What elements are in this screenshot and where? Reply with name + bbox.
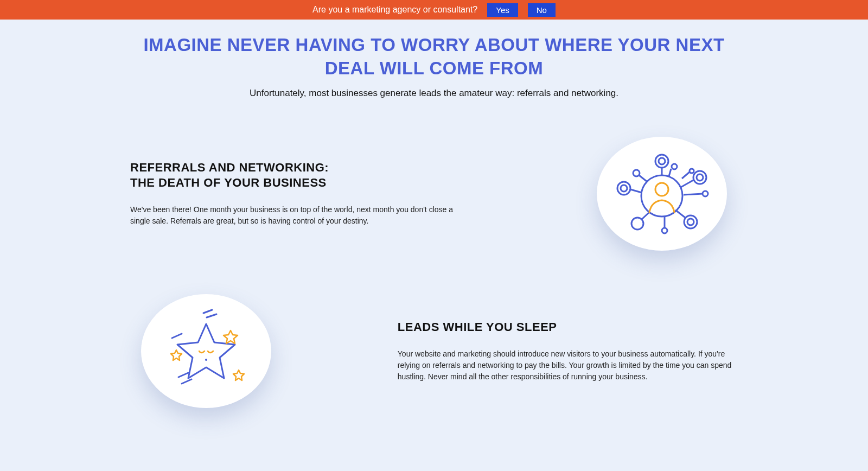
svg-point-9 (690, 169, 694, 173)
svg-line-10 (682, 172, 690, 179)
svg-line-15 (675, 210, 685, 218)
section-leads-sleep: LEADS WHILE YOU SLEEP Your website and m… (130, 294, 738, 408)
heading-line-1: REFERRALS AND NETWORKING: (130, 161, 329, 174)
svg-point-26 (205, 359, 207, 361)
svg-point-20 (617, 182, 630, 195)
svg-line-12 (684, 194, 703, 195)
sleeping-star-icon (155, 308, 258, 394)
network-icon (610, 150, 713, 237)
no-button[interactable]: No (528, 3, 556, 17)
svg-line-22 (630, 189, 642, 193)
svg-line-8 (681, 180, 693, 187)
svg-point-2 (659, 158, 665, 164)
section-heading: REFERRALS AND NETWORKING: THE DEATH OF Y… (130, 160, 470, 190)
svg-point-4 (672, 164, 677, 169)
svg-point-6 (693, 171, 706, 184)
svg-line-28 (203, 310, 212, 313)
svg-point-13 (684, 215, 697, 228)
svg-line-30 (178, 373, 188, 377)
section-referrals: REFERRALS AND NETWORKING: THE DEATH OF Y… (130, 137, 738, 251)
svg-point-25 (655, 183, 668, 196)
svg-point-21 (621, 185, 627, 192)
page-subtitle: Unfortunately, most businesses generate … (0, 88, 868, 99)
svg-point-18 (631, 218, 643, 230)
svg-line-29 (172, 334, 182, 338)
svg-point-1 (655, 155, 668, 168)
svg-point-23 (633, 170, 640, 176)
top-notification-bar: Are you a marketing agency or consultant… (0, 0, 868, 20)
svg-point-14 (687, 219, 694, 225)
svg-line-31 (182, 379, 192, 384)
svg-point-7 (697, 174, 703, 181)
heading-line-2: THE DEATH OF YOUR BUSINESS (130, 176, 327, 189)
section-heading: LEADS WHILE YOU SLEEP (398, 320, 738, 335)
topbar-question: Are you a marketing agency or consultant… (312, 5, 477, 15)
network-illustration (597, 137, 727, 251)
page-title: IMAGINE NEVER HAVING TO WORRY ABOUT WHER… (136, 34, 732, 80)
svg-line-27 (207, 314, 216, 317)
svg-line-19 (642, 212, 649, 219)
section-body: Your website and marketing should introd… (398, 348, 734, 383)
svg-line-5 (669, 169, 671, 176)
svg-point-16 (662, 228, 667, 233)
svg-line-24 (639, 175, 647, 182)
yes-button[interactable]: Yes (487, 3, 518, 17)
svg-point-11 (703, 191, 708, 196)
section-body: We've been there! One month your busines… (130, 204, 467, 227)
star-illustration (141, 294, 271, 408)
